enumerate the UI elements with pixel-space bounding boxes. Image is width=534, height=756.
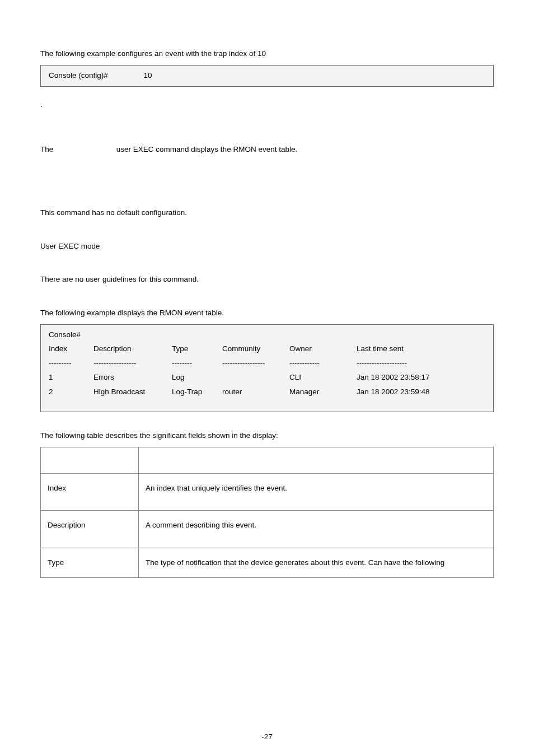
- code-example-1: Console (config)# 10: [40, 65, 494, 87]
- hdr-index: Index: [49, 343, 93, 354]
- command-description: The user EXEC command displays the RMON …: [40, 144, 494, 155]
- field-name: Index: [41, 473, 139, 511]
- hdr-community: Community: [222, 343, 289, 354]
- cell-index: 2: [49, 386, 93, 398]
- user-guidelines-text: There are no user guidelines for this co…: [40, 274, 494, 285]
- hdr-owner: Owner: [289, 343, 357, 354]
- hdr-empty-1: [41, 447, 139, 473]
- table-row: Index An index that uniquely identifies …: [41, 473, 494, 511]
- table-header-row: [41, 447, 494, 473]
- field-name: Type: [41, 548, 139, 578]
- cell-type: Log: [172, 372, 222, 383]
- hdr-last: Last time sent: [357, 343, 485, 354]
- example-intro-1: The following example configures an even…: [40, 48, 494, 59]
- table-row: 1 Errors Log CLI Jan 18 2002 23:58:17: [49, 372, 485, 383]
- cell-comm: [222, 372, 289, 383]
- cell-type: Log-Trap: [172, 386, 222, 398]
- table-row: Description A comment describing this ev…: [41, 511, 494, 548]
- table-row: Type The type of notification that the d…: [41, 548, 494, 578]
- fields-table: Index An index that uniquely identifies …: [40, 447, 494, 578]
- cell-desc: Errors: [93, 372, 172, 383]
- field-name: Description: [41, 511, 139, 548]
- table-separator-row: --------- ----------------- -------- ---…: [49, 358, 485, 369]
- separator-dot: .: [40, 99, 494, 110]
- cell-last: Jan 18 2002 23:58:17: [357, 372, 485, 383]
- code-example-2: Console# Index Description Type Communit…: [40, 324, 494, 413]
- cell-owner: Manager: [289, 386, 357, 398]
- hdr-empty-2: [139, 447, 494, 473]
- fields-table-intro: The following table describes the signif…: [40, 430, 494, 441]
- desc-right: user EXEC command displays the RMON even…: [116, 145, 297, 153]
- table-header-row: Index Description Type Community Owner L…: [49, 343, 485, 354]
- cell-comm: router: [222, 386, 289, 398]
- cell-last: Jan 18 2002 23:59:48: [357, 386, 485, 398]
- cell-index: 1: [49, 372, 93, 383]
- example-intro-2: The following example displays the RMON …: [40, 307, 494, 319]
- command-mode-text: User EXEC mode: [40, 241, 494, 252]
- page-number: -27: [0, 731, 534, 743]
- document-page: The following example configures an even…: [0, 0, 534, 756]
- hdr-description: Description: [93, 343, 172, 354]
- field-desc: The type of notification that the device…: [139, 548, 494, 578]
- field-desc: A comment describing this event.: [139, 511, 494, 548]
- cell-owner: CLI: [289, 372, 357, 383]
- field-desc: An index that uniquely identifies the ev…: [139, 473, 494, 511]
- desc-left: The: [40, 145, 53, 153]
- cell-desc: High Broadcast: [93, 386, 172, 398]
- console-prompt-1: Console (config)# 10: [49, 71, 152, 80]
- hdr-type: Type: [172, 343, 222, 354]
- default-config-text: This command has no default configuratio…: [40, 207, 494, 218]
- table-row: 2 High Broadcast Log-Trap router Manager…: [49, 386, 485, 398]
- console-prompt-2: Console#: [49, 329, 485, 340]
